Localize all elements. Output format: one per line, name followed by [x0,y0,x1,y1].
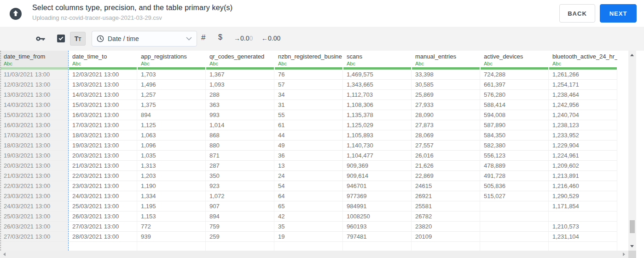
table-cell: 18/03/2021 13:00 [69,130,137,141]
table-cell: 11/03/2021 13:00 [0,70,69,80]
next-button[interactable]: NEXT [600,4,637,23]
column-header-nzbn_registered_busine[interactable]: nzbn_registered_busineAbc [274,51,343,70]
table-cell: 22/03/2021 13:00 [0,181,69,191]
scroll-right-arrow-icon[interactable] [623,252,625,256]
table-cell: 1,242,956 [549,100,617,110]
table-cell: 868 [206,130,274,141]
table-row: 14/03/2021 13:0015/03/2021 13:001,375363… [0,100,617,110]
table-cell: 1,213,891 [549,171,617,181]
decrease-precision-button[interactable]: ←0.00 [261,35,280,42]
table-cell: 1,469,575 [343,70,412,80]
include-column-checkbox[interactable] [57,35,65,42]
table-cell: 772 [137,222,206,232]
table-row: 24/03/2021 13:0025/03/2021 13:001,195907… [0,201,617,211]
column-type-badge: Abc [484,61,549,66]
table-cell: 288 [206,90,274,100]
table-cell: 946701 [343,181,412,191]
check-icon [59,36,64,41]
table-cell: 1,063 [137,130,206,141]
table-row: 23/03/2021 13:0024/03/2021 13:001,3341,0… [0,191,617,201]
table-cell: 26/03/2021 13:00 [69,211,137,222]
column-header-scans[interactable]: scansAbc [343,51,412,70]
table-cell: 12/03/2021 13:00 [69,70,137,80]
scroll-up-arrow-icon[interactable] [630,54,634,56]
page-title: Select columns type, precision, and the … [32,4,232,12]
table-cell: 24/03/2021 13:00 [0,201,69,211]
table-row: 16/03/2021 13:0017/03/2021 13:001,1251,0… [0,120,617,130]
table-cell: 1,216,460 [549,181,617,191]
table-row: 21/03/2021 13:0022/03/2021 13:001,203350… [0,171,617,181]
table-cell: 12/03/2021 13:00 [0,80,69,90]
table-cell: 923 [206,181,274,191]
table-cell: 22,869 [412,171,480,181]
text-type-button[interactable]: Tt [70,32,86,46]
table-cell: 259 [206,232,274,242]
table-cell: 1,125,029 [343,120,412,130]
table-cell: 1,014 [206,120,274,130]
table-cell: 797481 [343,232,412,242]
table-cell: 582,380 [480,141,549,151]
table-cell: 21/03/2021 13:00 [69,161,137,171]
table-cell: 587,890 [480,120,549,130]
horizontal-scrollbar[interactable] [0,251,628,258]
table-cell: 556,123 [480,151,549,161]
table-cell: 18/03/2021 13:00 [0,141,69,151]
table-cell [480,232,549,242]
table-cell [137,242,206,251]
table-cell: 1,229,904 [549,141,617,151]
selected-column-outline-right [68,51,69,251]
column-header-app_registrations[interactable]: app_registrationsAbc [137,51,206,70]
primary-key-icon[interactable] [36,35,46,42]
table-cell: 1,140,730 [343,141,412,151]
increase-precision-button[interactable]: →0.00 [234,35,253,42]
table-cell: 939 [137,232,206,242]
table-cell: 17/03/2021 13:00 [0,130,69,141]
vertical-scrollbar[interactable] [628,51,636,251]
column-header-date_time_from[interactable]: date_time_fromAbc [0,51,69,70]
table-cell: 907 [206,201,274,211]
column-header-bluetooth_active_24_hr_[interactable]: bluetooth_active_24_hr_Abc [549,51,617,70]
scroll-down-arrow-icon[interactable] [630,245,634,247]
table-cell: 30,585 [412,80,480,90]
column-type-dropdown[interactable]: Date / time [92,31,197,47]
table-cell: 1,209,602 [549,161,617,171]
table-cell: 26782 [412,211,480,222]
table-cell: 15/03/2021 13:00 [0,110,69,120]
table-cell: 49 [274,141,343,151]
vertical-scrollbar-thumb[interactable] [630,220,635,233]
table-cell: 28,090 [412,110,480,120]
table-cell [480,201,549,211]
table-cell: 894 [137,110,206,120]
column-header-manual_entries[interactable]: manual_entriesAbc [412,51,480,70]
table-cell [0,242,69,251]
currency-type-button[interactable]: $ [218,33,222,41]
upload-cloud-icon [10,8,22,20]
scroll-left-arrow-icon[interactable] [3,252,6,256]
table-cell: 1,254,171 [549,80,617,90]
table-cell: 27/03/2021 13:00 [0,232,69,242]
table-cell: 1,367 [206,70,274,80]
table-cell: 588,414 [480,100,549,110]
column-header-date_time_to[interactable]: date_time_toAbc [69,51,137,70]
table-row: 26/03/2021 13:0027/03/2021 13:0077275935… [0,222,617,232]
table-cell: 44 [274,130,343,141]
table-cell: 26921 [412,191,480,201]
column-name: qr_codes_generated [209,53,274,60]
column-type-badge: Abc [415,61,480,66]
table-cell: 23/03/2021 13:00 [0,191,69,201]
table-cell: 1,093 [206,80,274,90]
table-cell: 23/03/2021 13:00 [69,181,137,191]
column-name: manual_entries [415,53,480,60]
table-cell: 909,369 [343,161,412,171]
table-cell: 21/03/2021 13:00 [0,171,69,181]
column-header-active_devices[interactable]: active_devicesAbc [480,51,549,70]
back-button[interactable]: BACK [559,4,595,23]
table-cell: 984991 [343,201,412,211]
table-cell: 24 [274,171,343,181]
column-header-qr_codes_generated[interactable]: qr_codes_generatedAbc [206,51,274,70]
table-row: 15/03/2021 13:0016/03/2021 13:0089499355… [0,110,617,120]
table-cell: 33,398 [412,70,480,80]
table-cell [480,222,549,232]
table-row: 12/03/2021 13:0013/03/2021 13:001,4961,0… [0,80,617,90]
number-type-button[interactable]: # [201,33,205,42]
